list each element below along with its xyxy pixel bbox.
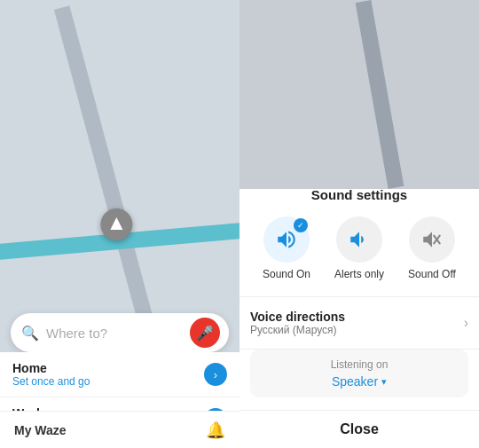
voice-title: Voice directions xyxy=(250,310,345,324)
mic-button[interactable]: 🎤 xyxy=(190,318,220,348)
sound-on-svg xyxy=(275,228,298,251)
map-road xyxy=(355,0,404,189)
bottom-nav: My Waze 🔔 xyxy=(0,411,240,448)
check-badge: ✓ xyxy=(294,218,308,232)
my-waze-label: My Waze xyxy=(14,423,67,437)
home-item-text: Home Set once and go xyxy=(12,361,90,388)
map-background xyxy=(240,0,479,189)
mic-icon: 🎤 xyxy=(196,325,214,342)
listening-label: Listening on xyxy=(331,358,389,371)
sound-on-option[interactable]: ✓ Sound On xyxy=(255,216,318,280)
list-item[interactable]: Home Set once and go › xyxy=(0,352,240,397)
nav-arrow-icon xyxy=(110,217,122,230)
close-text: Close xyxy=(340,421,379,436)
speaker-chevron-icon: ▾ xyxy=(381,376,387,388)
quick-destinations: Home Set once and go › Work Set once and… xyxy=(0,352,240,448)
sound-off-icon-circle xyxy=(409,216,455,263)
voice-subtitle: Русский (Маруся) xyxy=(250,324,345,336)
sound-on-icon-circle: ✓ xyxy=(263,216,310,263)
speaker-selector[interactable]: Speaker ▾ xyxy=(332,374,387,389)
search-icon: 🔍 xyxy=(21,324,39,342)
search-placeholder: Where to? xyxy=(46,326,190,341)
speaker-label: Speaker xyxy=(332,374,378,389)
alerts-only-option[interactable]: Alerts only xyxy=(327,216,391,280)
navigation-button[interactable] xyxy=(100,208,132,240)
sound-off-svg xyxy=(420,228,444,251)
chevron-right-icon: › xyxy=(464,315,468,331)
close-button[interactable]: Close xyxy=(240,410,479,448)
voice-directions-row[interactable]: Voice directions Русский (Маруся) › xyxy=(250,297,468,349)
home-chevron[interactable]: › xyxy=(204,363,227,386)
sheet-title: Sound settings xyxy=(250,187,468,202)
sound-on-label: Sound On xyxy=(263,268,310,280)
search-bar[interactable]: 🔍 Where to? 🎤 xyxy=(11,313,229,352)
listening-box: Listening on Speaker ▾ xyxy=(250,350,468,397)
sound-toggle-icon[interactable]: 🔔 xyxy=(206,420,225,440)
right-panel: Sound settings ✓ Sound On xyxy=(240,0,479,448)
sound-off-option[interactable]: Sound Off xyxy=(400,216,464,280)
alerts-only-icon-circle xyxy=(336,216,382,263)
sound-settings-sheet: Sound settings ✓ Sound On xyxy=(240,173,479,448)
voice-info: Voice directions Русский (Маруся) xyxy=(250,310,345,336)
home-subtitle: Set once and go xyxy=(12,375,90,388)
left-panel: 🔍 Where to? 🎤 Home Set once and go › Wor… xyxy=(0,0,240,448)
alerts-only-svg xyxy=(348,228,371,251)
sound-options: ✓ Sound On Alerts only xyxy=(250,216,468,280)
sound-off-label: Sound Off xyxy=(408,268,456,280)
alerts-only-label: Alerts only xyxy=(334,268,384,280)
home-title: Home xyxy=(12,361,90,375)
